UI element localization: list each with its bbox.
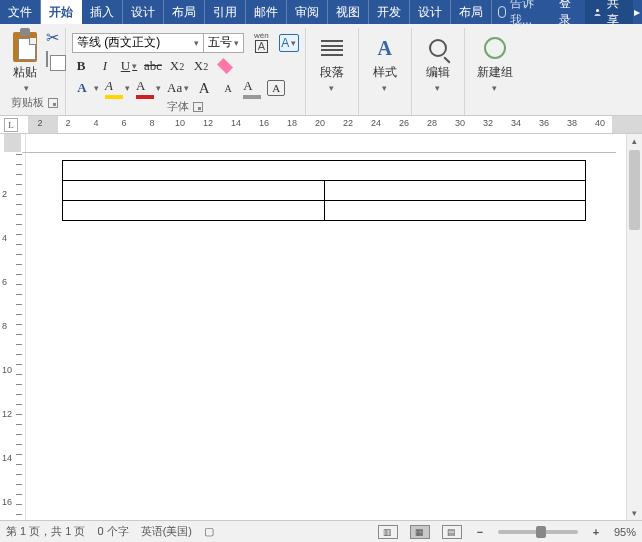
superscript-button[interactable]: X2 [192, 57, 210, 75]
table-cell[interactable] [324, 181, 586, 201]
tab-table-layout[interactable]: 布局 [451, 0, 492, 24]
shrink-font-button[interactable]: A [219, 79, 237, 97]
clear-format-button[interactable] [216, 57, 234, 75]
subscript-button[interactable]: X2 [168, 57, 186, 75]
font-dialog-launcher[interactable] [193, 102, 203, 112]
scroll-up-arrow[interactable]: ▴ [627, 134, 642, 148]
char-shading-button[interactable]: A [243, 79, 261, 97]
enclose-char-button[interactable]: A [267, 79, 285, 97]
person-icon [593, 6, 602, 18]
lightbulb-icon [498, 6, 506, 18]
menu-bar: 文件 开始 插入 设计 布局 引用 邮件 审阅 视图 开发 设计 布局 告诉我.… [0, 0, 642, 24]
document-table[interactable] [62, 160, 586, 221]
login-button[interactable]: 登录 [551, 0, 586, 24]
tab-file[interactable]: 文件 [0, 0, 41, 24]
tab-mailings[interactable]: 邮件 [246, 0, 287, 24]
tab-insert[interactable]: 插入 [82, 0, 123, 24]
font-name-combo[interactable]: 等线 (西文正文)▾ [72, 33, 204, 53]
tab-selector[interactable]: L [4, 118, 18, 132]
tab-home[interactable]: 开始 [41, 0, 82, 24]
paste-icon [10, 28, 40, 62]
page-indicator[interactable]: 第 1 页，共 1 页 [6, 524, 85, 539]
tab-references[interactable]: 引用 [205, 0, 246, 24]
font-color-button[interactable]: A [136, 79, 161, 97]
vertical-ruler[interactable]: 246810121416 [0, 134, 26, 520]
group-editing: 编辑 ▾ [412, 28, 465, 115]
magnifier-icon [429, 39, 447, 57]
copy-button[interactable] [46, 52, 59, 66]
read-mode-button[interactable]: ▥ [378, 525, 398, 539]
table-cell[interactable] [324, 201, 586, 221]
text-effects-button[interactable]: A [72, 79, 99, 97]
print-layout-button[interactable]: ▦ [410, 525, 430, 539]
italic-button[interactable]: I [96, 57, 114, 75]
underline-button[interactable]: U [120, 57, 138, 75]
styles-icon: A [377, 37, 391, 60]
cut-button[interactable]: ✂ [46, 30, 59, 46]
char-border-button[interactable]: A [279, 34, 299, 52]
change-case-button[interactable]: Aa [167, 79, 189, 97]
tab-view[interactable]: 视图 [328, 0, 369, 24]
share-button[interactable]: 共享 [585, 0, 632, 24]
tab-developer[interactable]: 开发 [369, 0, 410, 24]
vertical-scrollbar[interactable]: ▴ ▾ [626, 134, 642, 520]
strike-button[interactable]: abc [144, 57, 162, 75]
page-canvas[interactable] [28, 136, 638, 518]
language-indicator[interactable]: 英语(美国) [141, 524, 192, 539]
group-font: 等线 (西文正文)▾ 五号▾ wénA A B I U abc X2 X2 A … [66, 28, 306, 115]
scroll-down-arrow[interactable]: ▾ [627, 506, 642, 520]
circle-icon [484, 37, 506, 59]
group-clipboard-title: 剪贴板 [11, 95, 44, 110]
zoom-slider[interactable] [498, 530, 578, 534]
status-bar: 第 1 页，共 1 页 0 个字 英语(美国) ▢ ▥ ▦ ▤ − + 95% [0, 520, 642, 542]
font-size-combo[interactable]: 五号▾ [204, 33, 244, 53]
scroll-thumb[interactable] [629, 150, 640, 230]
group-styles: A 样式 ▾ [359, 28, 412, 115]
bold-button[interactable]: B [72, 57, 90, 75]
paragraph-button[interactable]: 段落 ▾ [312, 28, 352, 93]
zoom-in-button[interactable]: + [590, 526, 602, 538]
editing-button[interactable]: 编辑 ▾ [418, 28, 458, 93]
group-newgroup: 新建组 ▾ [465, 28, 525, 115]
horizontal-ruler[interactable]: L 2246810121416182022242628303234363840 [0, 116, 642, 134]
styles-button[interactable]: A 样式 ▾ [365, 28, 405, 93]
zoom-out-button[interactable]: − [474, 526, 486, 538]
phonetic-guide-button[interactable]: wénA [254, 32, 269, 53]
ribbon: 粘贴 ▾ ✂ 剪贴板 等线 (西文正文)▾ 五号▾ wénA A B [0, 24, 642, 116]
zoom-level[interactable]: 95% [614, 526, 636, 538]
group-clipboard: 粘贴 ▾ ✂ 剪贴板 [4, 28, 66, 115]
tab-layout[interactable]: 布局 [164, 0, 205, 24]
group-paragraph: 段落 ▾ [306, 28, 359, 115]
web-layout-button[interactable]: ▤ [442, 525, 462, 539]
eraser-icon [217, 58, 233, 74]
newgroup-button[interactable]: 新建组 ▾ [471, 28, 519, 93]
svg-point-0 [596, 9, 599, 12]
table-cell[interactable] [63, 161, 586, 181]
word-count[interactable]: 0 个字 [97, 524, 128, 539]
copy-icon [46, 51, 48, 67]
tell-me-search[interactable]: 告诉我... [492, 0, 551, 24]
tab-review[interactable]: 审阅 [287, 0, 328, 24]
macro-indicator[interactable]: ▢ [204, 525, 214, 538]
table-cell[interactable] [63, 201, 325, 221]
paragraph-icon [321, 39, 343, 57]
paste-button[interactable]: 粘贴 ▾ [10, 28, 40, 93]
clipboard-dialog-launcher[interactable] [48, 98, 58, 108]
table-cell[interactable] [63, 181, 325, 201]
highlight-button[interactable]: A [105, 79, 130, 97]
ribbon-arrow[interactable]: ▸ [633, 0, 642, 24]
tab-table-design[interactable]: 设计 [410, 0, 451, 24]
tab-design[interactable]: 设计 [123, 0, 164, 24]
grow-font-button[interactable]: A [195, 79, 213, 97]
document-area: 246810121416 ▴ ▾ [0, 134, 642, 520]
group-font-title: 字体 [167, 99, 189, 114]
